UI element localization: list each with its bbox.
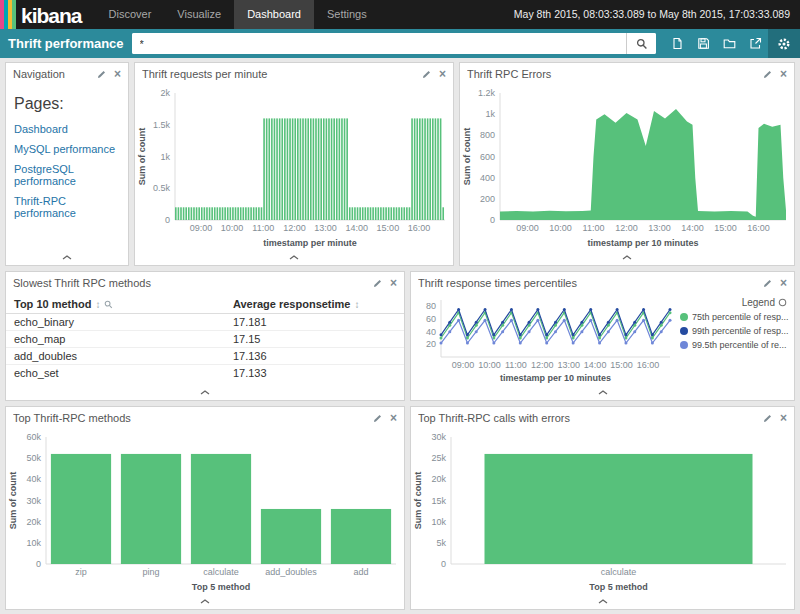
svg-text:10k: 10k xyxy=(26,538,41,548)
panel-collapse-toggle[interactable] xyxy=(460,250,794,265)
svg-text:Top 5 method: Top 5 method xyxy=(192,582,250,592)
page-link-postgresql[interactable]: PostgreSQL performance xyxy=(14,163,120,187)
column-label: Top 10 method xyxy=(14,298,91,310)
svg-text:14:00: 14:00 xyxy=(584,360,607,370)
svg-text:Sum of count: Sum of count xyxy=(137,128,147,186)
close-icon[interactable]: × xyxy=(390,412,397,424)
panel-collapse-toggle[interactable] xyxy=(6,594,404,609)
method-cell: echo_map xyxy=(6,331,225,348)
svg-text:zip: zip xyxy=(75,567,87,577)
open-folder-icon xyxy=(723,37,736,50)
sort-icon[interactable]: ↕ xyxy=(354,299,359,310)
methods-table: Top 10 method ↕ xyxy=(6,294,404,381)
method-cell: add_doubles xyxy=(6,348,225,365)
kibana-logo[interactable]: kibana xyxy=(0,0,96,29)
panel-response-percentiles: Thrift response times percentiles × 2040… xyxy=(410,271,795,401)
chart-top-calls-with-errors[interactable]: 05k10k15k20k25k30kcalculateTop 5 methodS… xyxy=(411,429,794,594)
svg-text:20k: 20k xyxy=(431,474,446,484)
method-cell: echo_set xyxy=(6,365,225,382)
panel-title: Top Thrift-RPC calls with errors xyxy=(418,412,762,424)
legend-label: 99.5th percentile of re... xyxy=(692,340,787,350)
svg-text:16:00: 16:00 xyxy=(637,360,660,370)
legend-color-dot xyxy=(680,327,688,335)
legend-label: 99th percentile of resp... xyxy=(692,326,789,336)
nav-settings[interactable]: Settings xyxy=(314,0,380,29)
chart-response-percentiles[interactable]: 2040608009:0010:0011:0012:0013:0014:0015… xyxy=(411,294,678,385)
legend-label: 75th percentile of resp... xyxy=(692,312,789,322)
panel-collapse-toggle[interactable] xyxy=(6,250,128,265)
dashboard-row-1: Navigation × Pages: Dashboard MySQL perf… xyxy=(5,62,795,266)
panel-thrift-requests: Thrift requests per minute × 00.5k1k1.5k… xyxy=(134,62,454,266)
chart-thrift-rpc-errors[interactable]: 02004006008001k1.2k09:0010:0011:0012:001… xyxy=(460,85,794,250)
chevron-up-icon xyxy=(62,255,72,260)
svg-text:16:00: 16:00 xyxy=(408,223,431,233)
search-button[interactable] xyxy=(626,33,656,54)
edit-icon[interactable] xyxy=(762,69,773,80)
close-icon[interactable]: × xyxy=(780,277,787,289)
panel-header: Top Thrift-RPC calls with errors × xyxy=(411,407,794,429)
gear-icon xyxy=(777,37,791,51)
table-row: add_doubles 17.136 xyxy=(6,348,404,365)
save-dashboard-button[interactable] xyxy=(690,29,716,58)
svg-text:60: 60 xyxy=(426,314,436,324)
close-icon[interactable]: × xyxy=(390,277,397,289)
svg-text:10:00: 10:00 xyxy=(549,223,572,233)
main-nav: Discover Visualize Dashboard Settings xyxy=(96,0,380,29)
table-header-responsetime[interactable]: Average responsetime ↕ xyxy=(225,294,404,314)
legend-item[interactable]: 99.5th percentile of re... xyxy=(680,340,787,350)
page-link-dashboard[interactable]: Dashboard xyxy=(14,123,120,135)
nav-discover[interactable]: Discover xyxy=(96,0,165,29)
chart-panel-body: 00.5k1k1.5k2k09:0010:0011:0012:0013:0014… xyxy=(135,85,453,250)
panel-collapse-toggle[interactable] xyxy=(6,385,404,400)
close-icon[interactable]: × xyxy=(114,68,121,80)
nav-visualize[interactable]: Visualize xyxy=(164,0,234,29)
legend-item[interactable]: 99th percentile of resp... xyxy=(680,326,787,336)
chart-thrift-requests-per-minute[interactable]: 00.5k1k1.5k2k09:0010:0011:0012:0013:0014… xyxy=(135,85,453,250)
page-link-thrift-rpc[interactable]: Thrift-RPC performance xyxy=(14,195,120,219)
panel-header: Slowest Thrift RPC methods × xyxy=(6,272,404,294)
svg-text:11:00: 11:00 xyxy=(252,223,274,233)
svg-text:2k: 2k xyxy=(160,88,170,98)
close-icon[interactable]: × xyxy=(439,68,446,80)
navigation-panel-body: Pages: Dashboard MySQL performance Postg… xyxy=(6,85,128,250)
svg-text:13:00: 13:00 xyxy=(557,360,580,370)
time-range-picker[interactable]: May 8th 2015, 08:03:33.089 to May 8th 20… xyxy=(514,0,800,29)
close-icon[interactable]: × xyxy=(780,68,787,80)
panel-collapse-toggle[interactable] xyxy=(135,250,453,265)
svg-text:0: 0 xyxy=(36,559,41,569)
sort-icon[interactable]: ↕ xyxy=(95,299,100,310)
close-icon[interactable]: × xyxy=(780,412,787,424)
svg-text:09:00: 09:00 xyxy=(190,223,213,233)
new-dashboard-button[interactable] xyxy=(664,29,690,58)
svg-text:15k: 15k xyxy=(431,496,446,506)
legend-color-dot xyxy=(680,313,688,321)
svg-text:timestamp per 10 minutes: timestamp per 10 minutes xyxy=(587,238,698,248)
edit-icon[interactable] xyxy=(96,69,107,80)
chart-top-thrift-rpc-methods[interactable]: 010k20k30k40k50k60kzippingcalculateadd_d… xyxy=(6,429,404,594)
query-input[interactable] xyxy=(132,33,626,54)
nav-dashboard[interactable]: Dashboard xyxy=(234,0,314,29)
panel-collapse-toggle[interactable] xyxy=(411,594,794,609)
edit-icon[interactable] xyxy=(421,69,432,80)
svg-text:14:00: 14:00 xyxy=(681,223,704,233)
legend-item[interactable]: 75th percentile of resp... xyxy=(680,312,787,322)
svg-text:Sum of count: Sum of count xyxy=(413,472,423,530)
dashboard-settings-button[interactable] xyxy=(768,29,800,58)
chevron-up-icon xyxy=(289,255,299,260)
table-header-method[interactable]: Top 10 method ↕ xyxy=(6,294,225,314)
svg-text:30k: 30k xyxy=(431,432,446,442)
panel-collapse-toggle[interactable] xyxy=(411,385,794,400)
edit-icon[interactable] xyxy=(762,413,773,424)
table-panel-body: Top 10 method ↕ xyxy=(6,294,404,385)
legend-toggle[interactable]: Legend xyxy=(680,297,787,308)
edit-icon[interactable] xyxy=(372,413,383,424)
filter-magnifier-icon[interactable] xyxy=(104,300,113,309)
edit-icon[interactable] xyxy=(762,278,773,289)
edit-icon[interactable] xyxy=(372,278,383,289)
page-link-mysql[interactable]: MySQL performance xyxy=(14,143,120,155)
load-dashboard-button[interactable] xyxy=(716,29,742,58)
svg-text:11:00: 11:00 xyxy=(583,223,605,233)
svg-text:15:00: 15:00 xyxy=(610,360,633,370)
svg-text:11:00: 11:00 xyxy=(505,360,527,370)
share-dashboard-button[interactable] xyxy=(742,29,768,58)
